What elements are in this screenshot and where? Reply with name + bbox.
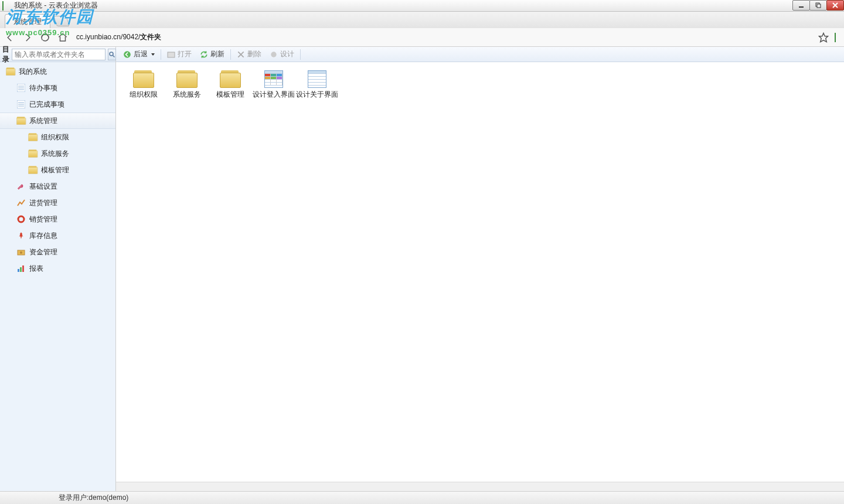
content-area: 后退 打开 刷新 删除 设计 组织权限 系统服务 模板管理: [116, 47, 844, 491]
sidebar-search-input[interactable]: [12, 49, 106, 60]
svg-point-26: [271, 52, 276, 57]
minimize-button[interactable]: [792, 0, 810, 11]
sidebar-title: 目录: [2, 45, 9, 64]
toolbar-back-button[interactable]: 后退: [120, 48, 158, 61]
new-tab-button[interactable]: [53, 16, 70, 26]
item-org-permission[interactable]: 组织权限: [122, 70, 165, 98]
window-buttons: [793, 0, 844, 11]
tab-label: 系统管理: [13, 18, 42, 26]
svg-point-18: [20, 251, 22, 254]
status-bar: 登录用户:demo(demo): [0, 491, 844, 504]
folder-icon: [28, 132, 38, 142]
toolbar-refresh-button[interactable]: 刷新: [196, 48, 228, 61]
toolbar-delete-button[interactable]: 删除: [233, 48, 265, 61]
folder-icon: [176, 70, 198, 88]
nav-reload-button[interactable]: [39, 31, 52, 44]
tree-report[interactable]: 报表: [0, 260, 115, 277]
item-design-login-page[interactable]: 设计登入界面: [252, 70, 295, 98]
sidebar: 目录 我的系统 待办事项 已完成事项 系统管理 组织权限 系统服务 模板管理 基…: [0, 47, 116, 491]
svg-rect-23: [168, 52, 175, 57]
maximize-button[interactable]: [809, 0, 827, 11]
status-user: 登录用户:demo(demo): [59, 493, 128, 503]
tree-system-service[interactable]: 系统服务: [0, 145, 115, 162]
folder-icon: [16, 116, 26, 125]
app-badge-icon[interactable]: [835, 33, 836, 42]
svg-point-16: [18, 216, 24, 222]
folder-icon: [28, 149, 38, 158]
tree-purchase[interactable]: 进货管理: [0, 195, 115, 211]
bar-chart-icon: [16, 264, 26, 273]
close-button[interactable]: [826, 0, 844, 11]
svg-line-7: [113, 55, 115, 57]
tree-sales[interactable]: 销货管理: [0, 211, 115, 227]
tree-fund[interactable]: 资金管理: [0, 244, 115, 260]
circle-icon: [16, 214, 26, 224]
tree-base-config[interactable]: 基础设置: [0, 178, 115, 195]
toolbar-design-button[interactable]: 设计: [266, 48, 298, 61]
titlebar: 我的系统 - 云表企业浏览器: [0, 0, 844, 12]
content-toolbar: 后退 打开 刷新 删除 设计: [116, 47, 844, 62]
svg-rect-20: [20, 267, 22, 272]
folder-icon: [6, 67, 15, 76]
item-template-management[interactable]: 模板管理: [209, 70, 252, 98]
tree-stock[interactable]: 库存信息: [0, 227, 115, 244]
separator: [230, 49, 231, 60]
main-area: 目录 我的系统 待办事项 已完成事项 系统管理 组织权限 系统服务 模板管理 基…: [0, 47, 844, 491]
horizontal-scrollbar[interactable]: [116, 482, 844, 491]
pin-icon: [16, 231, 26, 240]
tree-system-management[interactable]: 系统管理: [0, 113, 115, 129]
svg-point-6: [110, 52, 113, 56]
tree-org-permission[interactable]: 组织权限: [0, 129, 115, 145]
item-design-about-page[interactable]: 设计关于界面: [295, 70, 339, 98]
tree-root-my-system[interactable]: 我的系统: [0, 63, 115, 80]
tab-system-management[interactable]: 系统管理: [5, 14, 50, 28]
window-title: 我的系统 - 云表企业浏览器: [14, 1, 98, 11]
form-icon: [264, 70, 283, 88]
svg-rect-2: [817, 4, 821, 8]
tab-strip: 系统管理: [0, 12, 844, 28]
item-system-service[interactable]: 系统服务: [165, 70, 209, 98]
folder-icon: [133, 70, 154, 88]
svg-rect-19: [18, 269, 19, 272]
tree-done[interactable]: 已完成事项: [0, 96, 115, 113]
table-icon: [308, 70, 326, 88]
folder-icon: [220, 70, 241, 88]
nav-forward-button[interactable]: [21, 31, 34, 44]
separator: [300, 49, 301, 60]
svg-marker-5: [819, 33, 828, 42]
chart-up-icon: [16, 198, 26, 207]
sidebar-header: 目录: [0, 47, 115, 62]
wrench-icon: [16, 182, 26, 191]
address-bar: cc.iyunbiao.cn/9042/文件夹: [0, 28, 844, 47]
list-icon: [16, 100, 26, 109]
nav-back-button[interactable]: [4, 31, 16, 44]
star-icon[interactable]: [817, 31, 830, 44]
money-icon: [16, 247, 26, 257]
sidebar-search-button[interactable]: [108, 49, 116, 60]
toolbar-open-button[interactable]: 打开: [164, 48, 195, 61]
svg-rect-21: [22, 265, 24, 272]
folder-icon: [28, 165, 38, 175]
nav-home-button[interactable]: [56, 31, 69, 44]
tree-template-management[interactable]: 模板管理: [0, 162, 115, 178]
sidebar-tree: 我的系统 待办事项 已完成事项 系统管理 组织权限 系统服务 模板管理 基础设置…: [0, 62, 115, 277]
separator: [161, 49, 161, 60]
address-field[interactable]: cc.iyunbiao.cn/9042/文件夹: [74, 32, 812, 42]
app-icon: [2, 2, 11, 10]
list-icon: [16, 83, 26, 93]
folder-icon-view[interactable]: 组织权限 系统服务 模板管理 设计登入界面: [116, 62, 844, 107]
svg-point-22: [124, 51, 131, 58]
tree-todo[interactable]: 待办事项: [0, 80, 115, 96]
